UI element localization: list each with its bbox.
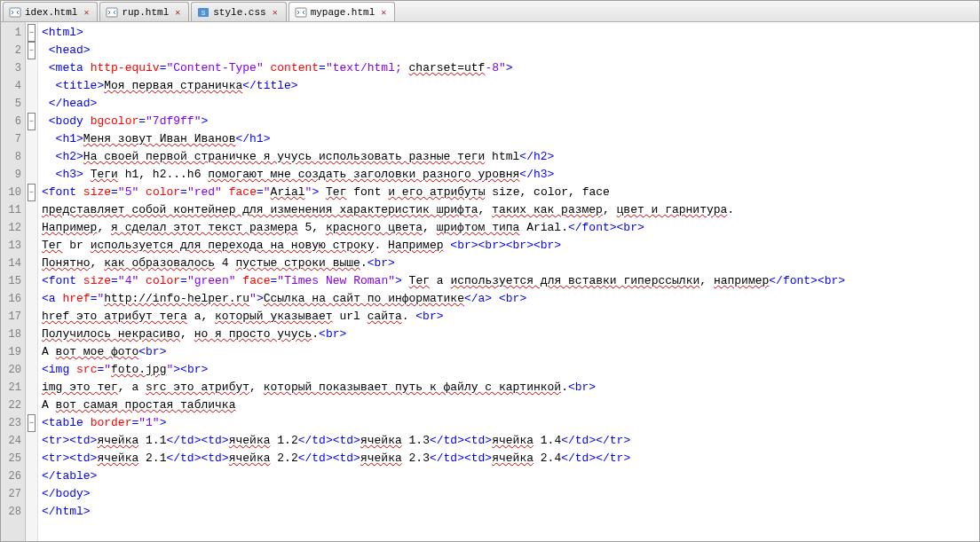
code-line[interactable]: Например, я сделал этот текст размера 5,… <box>42 219 976 237</box>
tab-idex-html[interactable]: idex.html✕ <box>3 2 98 21</box>
code-line[interactable]: <h3> Теги h1, h2...h6 помогают мне созда… <box>42 166 976 184</box>
fold-slot: − <box>26 42 37 59</box>
tab-label: rup.html <box>122 7 169 18</box>
code-line[interactable]: Тег br используется для перехода на нову… <box>42 237 976 255</box>
tab-style-css[interactable]: Sstyle.css✕ <box>191 2 286 21</box>
fold-slot <box>26 361 37 379</box>
line-number: 15 <box>1 272 21 290</box>
fold-toggle[interactable]: − <box>28 42 36 59</box>
close-icon[interactable]: ✕ <box>378 7 389 18</box>
code-line[interactable]: <body bgcolor="7df9ff"> <box>42 113 976 130</box>
line-number: 26 <box>1 467 21 485</box>
line-number: 3 <box>1 59 21 77</box>
code-line[interactable]: <font size="5" color="red" face="Arial">… <box>42 184 976 201</box>
html-file-icon <box>295 6 307 19</box>
close-icon[interactable]: ✕ <box>81 7 91 18</box>
line-number: 10 <box>1 184 21 201</box>
code-line[interactable]: <head> <box>42 42 976 59</box>
fold-toggle[interactable]: − <box>28 184 36 201</box>
fold-slot <box>26 432 37 450</box>
code-line[interactable]: Понятно, как образовалось 4 пустые строк… <box>42 255 976 272</box>
fold-slot <box>26 397 37 414</box>
fold-slot <box>26 255 37 272</box>
code-line[interactable]: <table border="1"> <box>42 414 976 432</box>
code-line[interactable]: <html> <box>42 24 976 42</box>
code-line[interactable]: представляет собой контейнер для изменен… <box>42 201 976 219</box>
code-line[interactable]: <h2>На своей первой страничке я учусь ис… <box>42 148 976 166</box>
fold-slot <box>26 237 37 255</box>
css-file-icon: S <box>197 6 209 19</box>
code-line[interactable]: А вот мое фото<br> <box>42 343 976 361</box>
fold-toggle[interactable]: − <box>28 113 36 130</box>
fold-gutter: −−−−− <box>26 22 38 541</box>
code-line[interactable]: img это тег, а src это атрибут, который … <box>42 379 976 397</box>
code-line[interactable]: <font size="4" color="green" face="Times… <box>42 272 976 290</box>
svg-rect-1 <box>107 8 117 17</box>
line-number: 5 <box>1 95 21 113</box>
svg-rect-4 <box>296 8 306 17</box>
fold-slot <box>26 308 37 326</box>
fold-slot <box>26 95 37 113</box>
fold-slot: − <box>26 24 37 42</box>
fold-slot: − <box>26 184 37 201</box>
fold-slot <box>26 485 37 503</box>
line-number: 9 <box>1 166 21 184</box>
line-number: 20 <box>1 361 21 379</box>
line-number: 19 <box>1 343 21 361</box>
tab-label: mypage.html <box>311 7 375 18</box>
editor-area: 1234567891011121314151617181920212223242… <box>1 22 979 541</box>
line-number: 7 <box>1 130 21 148</box>
line-number: 24 <box>1 432 21 450</box>
line-number: 23 <box>1 414 21 432</box>
line-number-gutter: 1234567891011121314151617181920212223242… <box>1 22 26 541</box>
code-line[interactable]: </head> <box>42 95 976 113</box>
fold-slot <box>26 290 37 308</box>
line-number: 18 <box>1 326 21 343</box>
fold-slot <box>26 450 37 467</box>
code-line[interactable]: </body> <box>42 485 976 503</box>
line-number: 22 <box>1 397 21 414</box>
code-line[interactable]: <tr><td>ячейка 2.1</td><td>ячейка 2.2</t… <box>42 450 976 467</box>
code-line[interactable]: <meta http-equiv="Content-Type" content=… <box>42 59 976 77</box>
code-line[interactable]: <h1>Меня зовут Иван Иванов</h1> <box>42 130 976 148</box>
line-number: 16 <box>1 290 21 308</box>
code-line[interactable]: <title>Моя первая страничка</title> <box>42 77 976 95</box>
svg-rect-0 <box>10 8 20 17</box>
fold-toggle[interactable]: − <box>28 24 36 42</box>
close-icon[interactable]: ✕ <box>270 7 281 18</box>
close-icon[interactable]: ✕ <box>172 7 183 18</box>
code-line[interactable]: <tr><td>ячейка 1.1</td><td>ячейка 1.2</t… <box>42 432 976 450</box>
tab-mypage-html[interactable]: mypage.html✕ <box>288 2 396 21</box>
tab-label: style.css <box>213 7 265 18</box>
fold-slot <box>26 503 37 521</box>
fold-slot <box>26 326 37 343</box>
code-line[interactable]: Получилось некрасиво, но я просто учусь.… <box>42 326 976 343</box>
fold-slot <box>26 77 37 95</box>
line-number: 27 <box>1 485 21 503</box>
fold-slot <box>26 201 37 219</box>
html-file-icon <box>106 6 118 19</box>
line-number: 1 <box>1 24 21 42</box>
fold-slot <box>26 59 37 77</box>
html-file-icon <box>9 6 21 19</box>
fold-slot: − <box>26 113 37 130</box>
line-number: 14 <box>1 255 21 272</box>
tab-bar: idex.html✕rup.html✕Sstyle.css✕mypage.htm… <box>1 1 979 22</box>
fold-slot <box>26 467 37 485</box>
code-line[interactable]: А вот самая простая табличка <box>42 397 976 414</box>
line-number: 17 <box>1 308 21 326</box>
code-area[interactable]: <html> <head> <meta http-equiv="Content-… <box>38 22 979 541</box>
code-line[interactable]: href это атрибут тега a, который указыва… <box>42 308 976 326</box>
line-number: 13 <box>1 237 21 255</box>
line-number: 6 <box>1 113 21 130</box>
code-line[interactable]: <a href="http://info-helper.ru">Ссылка н… <box>42 290 976 308</box>
fold-slot <box>26 166 37 184</box>
tab-rup-html[interactable]: rup.html✕ <box>99 2 189 21</box>
code-line[interactable]: </table> <box>42 467 976 485</box>
fold-slot <box>26 148 37 166</box>
fold-toggle[interactable]: − <box>28 414 36 432</box>
fold-slot: − <box>26 414 37 432</box>
code-line[interactable]: <img src="foto.jpg"><br> <box>42 361 976 379</box>
code-line[interactable]: </html> <box>42 503 976 521</box>
line-number: 2 <box>1 42 21 59</box>
